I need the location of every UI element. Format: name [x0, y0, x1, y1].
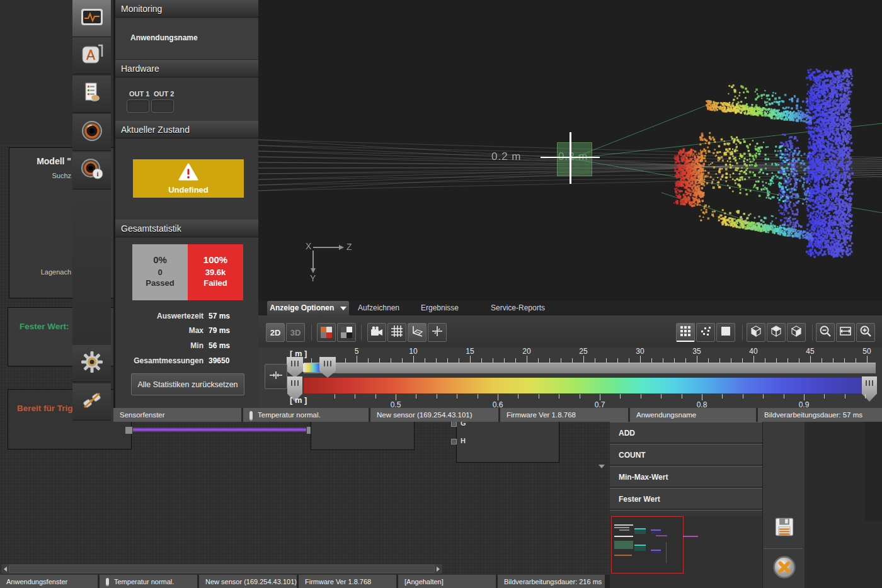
range-control-zone: [ m ] 5101520253035404550 [ m ] 0.50.60.… [258, 348, 882, 408]
tools-menu-item-add[interactable]: ADD [610, 422, 762, 443]
sidebar-item-report[interactable] [72, 76, 111, 113]
tab-aufzeichnen[interactable]: Aufzeichnen [350, 301, 407, 315]
sidebar-item-design[interactable] [72, 37, 111, 74]
ruler-major-tick [527, 356, 527, 363]
minimap-block [666, 542, 667, 563]
surface-plane-icon [411, 325, 423, 340]
range-handle-right[interactable] [319, 357, 336, 378]
app-status-firmware: Firmware Ver 1.8.768 [299, 575, 396, 588]
status-text: Anwendungsfenster [6, 578, 67, 585]
crosshair-tool-button[interactable] [428, 323, 447, 342]
sidebar-item-camera-info[interactable]: i [72, 152, 111, 189]
ruler-tick-label: 10 [409, 347, 417, 356]
ruler-minor-tick [776, 358, 777, 363]
zoom-fit-button[interactable] [836, 323, 855, 342]
wire-endpoint-left[interactable] [125, 426, 133, 434]
reset-statistics-button[interactable]: Alle Statistiken zurücksetzen [131, 373, 244, 395]
tools-menu-item-minmax[interactable]: Min-Max-Wert [610, 466, 762, 487]
ruler-minor-tick [763, 394, 764, 399]
ruler-minor-tick [731, 358, 731, 363]
ruler-major-tick [697, 356, 697, 363]
grayscale-palette-icon [341, 327, 352, 338]
color-palette-button[interactable] [317, 323, 336, 342]
passed-label: Passed [132, 278, 188, 288]
cube-left-face-button[interactable] [747, 323, 765, 342]
flowchart-minimap-thumbnail[interactable] [611, 516, 684, 574]
roi-green-box[interactable] [557, 142, 592, 176]
ruler-minor-tick [685, 358, 686, 363]
scroll-more-icon[interactable] [598, 465, 605, 468]
surface-view-button[interactable] [408, 323, 427, 342]
zoom-in-button[interactable] [856, 323, 875, 342]
ruler-minor-tick [481, 358, 482, 363]
tools-menu-label: ADD [619, 429, 635, 438]
tools-menu-item-fester-wert[interactable]: Fester Wert [610, 488, 762, 509]
tab-ergebnisse[interactable]: Ergebnisse [411, 301, 468, 315]
status-text: New sensor (169.254.43.101) [205, 578, 297, 585]
ruler-minor-tick [572, 358, 573, 363]
ruler-minor-tick [447, 358, 448, 363]
scroll-right-icon[interactable] [437, 567, 440, 572]
application-row[interactable]: Anwendungsname [115, 18, 260, 60]
state-value: Undefined [168, 185, 209, 195]
stats-section-header: Gesamtstatistik [115, 220, 260, 237]
solid-view-button[interactable] [716, 323, 735, 342]
ruler-minor-tick [311, 358, 312, 363]
sidebar-item-monitoring[interactable] [72, 0, 111, 37]
minimap-block [651, 531, 661, 534]
2d-label: 2D [270, 328, 281, 337]
monitoring-view-icon [79, 4, 105, 32]
grayscale-palette-button[interactable] [337, 323, 356, 342]
tab-label: Service-Reports [491, 303, 545, 312]
ruler-major-tick [413, 356, 414, 363]
ruler-minor-tick [844, 358, 845, 363]
flowchart-node-a[interactable] [311, 421, 415, 450]
color-gradient-bar[interactable] [304, 378, 868, 393]
horizontal-scrollbar[interactable] [1, 564, 442, 574]
ruler-minor-tick [641, 394, 641, 399]
sidebar-item-connection[interactable] [72, 383, 111, 421]
save-button[interactable] [772, 515, 797, 541]
ruler-major-tick [470, 356, 471, 363]
dimension-label-left: 0.2 m [491, 150, 522, 163]
sidebar-item-settings[interactable] [72, 345, 111, 382]
tools-panel-scroll-strip[interactable] [865, 422, 882, 521]
stat-row-auswertezeit: Auswertezeit57 ms [115, 312, 260, 326]
collapse-arrows-icon [269, 370, 283, 383]
flowchart-node-b[interactable] [456, 417, 559, 463]
ruler-minor-tick [708, 358, 709, 363]
ruler-minor-tick [561, 358, 561, 363]
close-icon [772, 555, 797, 582]
pixel-view-button[interactable] [676, 323, 695, 342]
ruler-minor-tick [784, 394, 784, 399]
port-g-connector[interactable] [451, 421, 457, 427]
range-handle-left[interactable] [287, 357, 303, 378]
tab-label: Anzeige Optionen [270, 303, 334, 312]
port-h-connector[interactable] [451, 439, 457, 444]
scatter-view-button[interactable] [696, 323, 715, 342]
ruler-minor-tick [845, 394, 845, 399]
cube-top-face-button[interactable] [767, 323, 786, 342]
view-3d-button[interactable]: 3D [286, 323, 305, 342]
view-2d-button[interactable]: 2D [266, 323, 285, 342]
tab-anzeige-optionen[interactable]: Anzeige Optionen [267, 301, 349, 315]
modell-node-bottom-label: Lagenach [13, 268, 71, 276]
scroll-left-icon[interactable] [4, 567, 7, 572]
camera-view-button[interactable] [367, 323, 386, 342]
sensor-window: 0.2 m 0.2 m X Z Y Anzeige Optionen Aufze… [258, 0, 882, 408]
scrollbar-thumb[interactable] [9, 565, 435, 573]
close-button[interactable] [770, 554, 798, 583]
tab-service-reports[interactable]: Service-Reports [483, 301, 553, 315]
passed-percent: 0% [132, 254, 188, 265]
collapse-range-button[interactable] [265, 364, 287, 389]
zoom-out-button[interactable] [816, 323, 835, 342]
failed-label: Failed [188, 278, 243, 288]
sidebar-item-camera[interactable] [72, 114, 111, 151]
ruler-minor-tick [799, 358, 799, 363]
cube-right-face-button[interactable] [787, 323, 806, 342]
modell-node-title: Modell " [13, 156, 71, 166]
grid-toggle-button[interactable] [387, 323, 406, 342]
range-slider-track[interactable] [304, 363, 876, 373]
design-tools-icon [79, 42, 105, 69]
tools-menu-item-count[interactable]: COUNT [610, 444, 762, 465]
